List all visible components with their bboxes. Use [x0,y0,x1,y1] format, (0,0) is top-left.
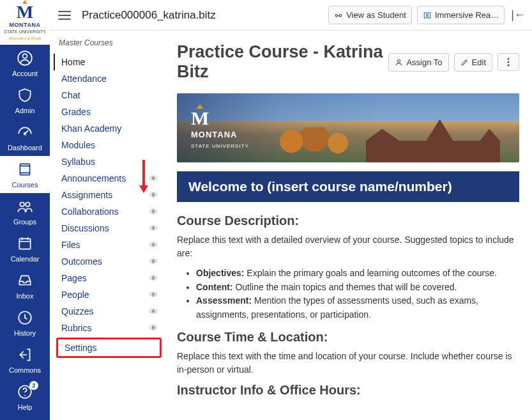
course-nav-files[interactable]: Files👁 [54,237,164,253]
svg-point-9 [24,395,26,396]
rail-item-commons[interactable]: Commons [0,341,50,378]
bullet-objectives: Objectives: Explain the primary goals an… [196,267,519,281]
course-nav-label: Modules [61,140,95,150]
inbox-icon [17,272,33,289]
hidden-eye-icon: 👁 [149,323,158,333]
rail-item-account[interactable]: Account [0,45,50,82]
rail-item-groups[interactable]: Groups [0,193,50,230]
rail-label-admin: Admin [15,107,34,114]
msu-logo: M MONTANA STATE UNIVERSITY Mountains & M… [0,0,50,45]
course-nav-label: Collaborations [61,206,119,217]
rail-label-commons: Commons [9,366,41,374]
edit-button[interactable]: Edit [454,53,492,72]
pencil-icon [460,58,469,66]
breadcrumb[interactable]: Practice000006_katrina.bitz [82,9,323,22]
immersive-reader-icon [423,11,432,20]
course-nav-label: Chat [61,90,80,100]
view-as-student-label: View as Student [346,10,406,20]
view-as-student-button[interactable]: View as Student [328,6,412,24]
course-nav-label: Pages [61,273,87,283]
rail-label-calendar: Calendar [11,255,40,263]
immersive-reader-button[interactable]: Immersive Rea… [417,6,505,24]
bullet-content: Content: Outline the main topics and the… [196,281,519,295]
banner-logo-line1: MONTANA [191,130,237,139]
glasses-icon [334,11,343,20]
course-nav-label: Khan Academy [61,123,121,134]
course-nav-crumb[interactable]: Master Courses [54,38,164,54]
top-header: Practice000006_katrina.bitz View as Stud… [50,0,532,31]
course-menu-toggle[interactable] [56,7,73,24]
msu-logo-initial: M [17,3,33,22]
course-description-heading: Course Description: [177,214,519,228]
help-badge: 2 [29,381,38,390]
course-nav-outcomes[interactable]: Outcomes👁 [54,253,164,270]
book-icon [17,161,33,178]
hidden-eye-icon: 👁 [149,257,158,267]
hidden-eye-icon: 👁 [149,307,158,316]
course-nav-label: Settings [65,343,97,353]
msu-logo-line2: STATE UNIVERSITY [4,29,45,34]
assign-to-button[interactable]: Assign To [388,53,448,72]
edit-label: Edit [472,58,486,67]
hidden-eye-icon: 👁 [149,240,158,250]
gauge-icon [17,124,33,141]
course-time-text: Replace this text with the time and loca… [177,350,519,377]
course-nav-label: Outcomes [61,256,102,267]
shield-icon [17,87,33,104]
calendar-icon [17,235,33,252]
rail-label-courses: Courses [12,181,38,189]
course-nav-attendance[interactable]: Attendance [54,70,164,87]
rail-item-dashboard[interactable]: Dashboard [0,119,50,156]
banner-logo-initial: M [191,107,209,129]
svg-point-14 [507,61,509,63]
course-nav-syllabus[interactable]: Syllabus [54,153,164,170]
svg-point-5 [26,203,30,207]
rail-item-inbox[interactable]: Inbox [0,267,50,304]
person-icon [395,58,403,66]
course-nav-grades[interactable]: Grades [54,104,164,120]
svg-point-15 [507,64,509,66]
course-nav-assignments[interactable]: Assignments👁 [54,187,164,203]
course-nav-modules[interactable]: Modules [54,137,164,153]
bullet-assessment: Assessment: Mention the types of assessm… [196,294,519,322]
course-nav-announcements[interactable]: Announcements👁 [54,170,164,187]
course-nav-rubrics[interactable]: Rubrics👁 [54,320,164,336]
course-nav-label: Attendance [61,74,107,84]
global-nav-rail: M MONTANA STATE UNIVERSITY Mountains & M… [0,0,50,420]
course-nav-label: Grades [61,107,91,117]
svg-point-12 [398,59,400,62]
rail-label-groups: Groups [13,218,36,226]
course-nav-discussions[interactable]: Discussions👁 [54,220,164,237]
hidden-eye-icon: 👁 [149,191,158,200]
course-nav-label: Rubrics [61,323,91,333]
hidden-eye-icon: 👁 [149,274,158,283]
instructor-info-heading: Instructor Info & Office Hours: [177,383,519,398]
rail-label-account: Account [12,70,38,77]
rail-item-admin[interactable]: Admin [0,82,50,119]
hidden-eye-icon: 👁 [149,224,158,233]
immersive-reader-label: Immersive Rea… [435,10,499,20]
more-options-button[interactable] [498,53,519,71]
rail-item-calendar[interactable]: Calendar [0,230,50,267]
rail-label-dashboard: Dashboard [8,144,42,152]
course-nav-khan-academy[interactable]: Khan Academy [54,120,164,137]
rail-item-help[interactable]: 2 Help [0,378,50,416]
banner-trees-deco [273,127,366,162]
course-nav-label: Home [61,57,85,67]
assign-to-label: Assign To [406,58,442,67]
course-nav-quizzes[interactable]: Quizzes👁 [54,303,164,320]
course-nav-collaborations[interactable]: Collaborations👁 [54,203,164,220]
course-nav-label: People [61,290,89,300]
course-nav-settings[interactable]: Settings [58,339,160,356]
collapse-sidebar-icon[interactable]: |← [511,8,526,22]
banner-building-deco [366,114,500,162]
course-nav-pages[interactable]: Pages👁 [54,270,164,286]
course-nav-home[interactable]: Home [54,54,164,70]
rail-item-courses[interactable]: Courses [0,156,50,193]
hidden-eye-icon: 👁 [149,207,158,217]
rail-item-history[interactable]: History [0,304,50,341]
course-nav-chat[interactable]: Chat [54,87,164,104]
bullet-label: Assessment: [196,295,252,306]
course-nav-people[interactable]: People👁 [54,286,164,303]
course-nav-label: Announcements [61,173,126,183]
